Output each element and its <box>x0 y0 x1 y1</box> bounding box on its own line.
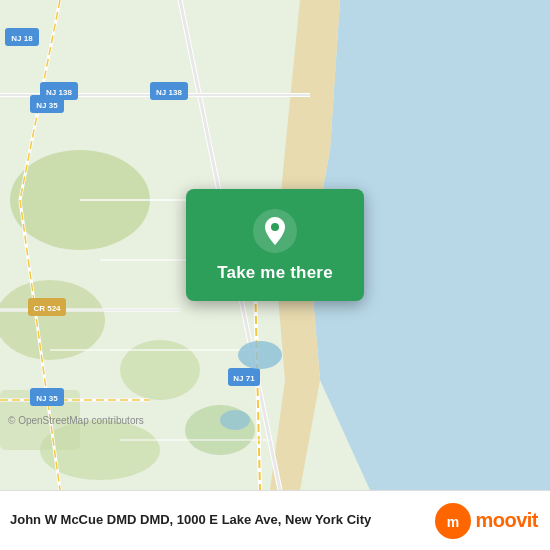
moovit-logo-text: moovit <box>475 509 538 532</box>
svg-text:NJ 138: NJ 138 <box>156 88 182 97</box>
svg-text:m: m <box>447 514 459 530</box>
svg-point-4 <box>0 280 105 360</box>
svg-text:NJ 71: NJ 71 <box>233 374 255 383</box>
moovit-logo: m moovit <box>435 503 538 539</box>
svg-point-44 <box>220 410 250 430</box>
location-name: John W McCue DMD DMD, 1000 E Lake Ave, N… <box>10 512 371 529</box>
take-me-there-button[interactable]: Take me there <box>217 263 333 283</box>
location-info: John W McCue DMD DMD, 1000 E Lake Ave, N… <box>10 512 371 529</box>
svg-text:NJ 18: NJ 18 <box>11 34 33 43</box>
svg-text:NJ 35: NJ 35 <box>36 101 58 110</box>
moovit-logo-icon: m <box>435 503 471 539</box>
svg-point-46 <box>271 223 279 231</box>
copyright-text: © OpenStreetMap contributors <box>8 415 144 426</box>
svg-text:NJ 35: NJ 35 <box>36 394 58 403</box>
bottom-bar: John W McCue DMD DMD, 1000 E Lake Ave, N… <box>0 490 550 550</box>
svg-text:CR 524: CR 524 <box>33 304 61 313</box>
map-container: NJ 18 NJ 138 NJ 138 NJ 35 CR 524 NJ 71 N… <box>0 0 550 490</box>
location-pin-icon <box>253 209 297 253</box>
svg-point-43 <box>238 341 282 369</box>
action-card: Take me there <box>186 189 364 301</box>
